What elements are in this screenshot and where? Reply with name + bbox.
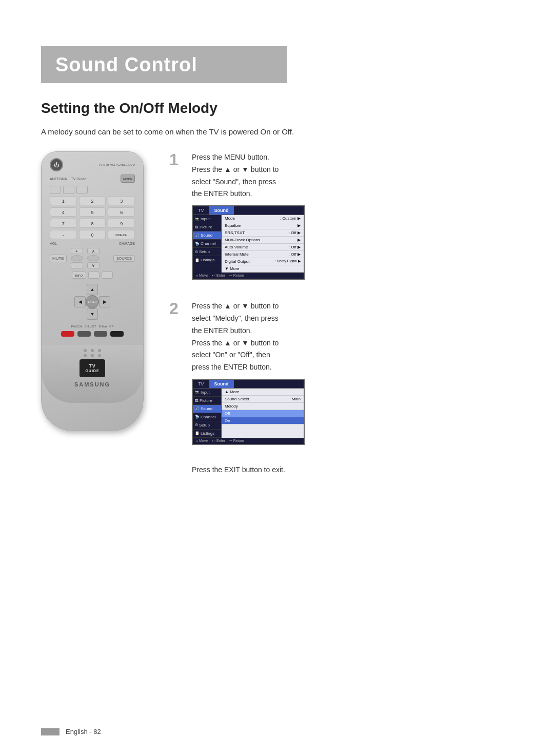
- footer-text: English - 82: [66, 728, 101, 735]
- fn-btn[interactable]: [88, 272, 100, 279]
- menu2-sidebar: 📷 Input 🖼 Picture 🔊 Sound 📡 Channel: [193, 389, 304, 438]
- menu1-footer-return: ↩ Return: [229, 274, 244, 278]
- dot: [84, 354, 87, 357]
- menu1-item-digital: Digital Output: Dolby Digital ▶: [222, 258, 304, 265]
- mute-row: MUTE + - ∧ ∨ SOURCE: [50, 248, 135, 268]
- menu1-left-input: 📷 Input: [193, 215, 221, 223]
- dot: [98, 349, 101, 352]
- remote-bottom: TV GUIDE SAMSUNG: [42, 345, 143, 403]
- dpad: ▲ ◀ ENTER ▶ ▼: [74, 284, 110, 320]
- menu2-item-more: ▲ More: [222, 389, 304, 396]
- ch-up[interactable]: ∧: [87, 248, 100, 254]
- dot: [98, 354, 101, 357]
- number-grid: 1 2 3 4 5 6 7 8 9 - 0 PRE-CH: [50, 196, 135, 239]
- ch-down[interactable]: ∨: [87, 262, 100, 268]
- remote-control: ⏻ TV STB VCR CABLE DVD ANTENNA TV Guide …: [41, 151, 154, 439]
- menu1-item-equalizer: Equalizer▶: [222, 222, 304, 229]
- dpad-down[interactable]: ▼: [87, 308, 98, 320]
- menu1-left-channel: 📡 Channel: [193, 240, 221, 248]
- menu2-item-on: On: [222, 417, 304, 424]
- menu2-left-input: 📷 Input: [193, 389, 221, 397]
- menu1-footer-move: ⬥ Move: [196, 274, 208, 278]
- color-btn-dark3[interactable]: [110, 331, 124, 337]
- color-buttons: [50, 331, 135, 337]
- num-1[interactable]: 1: [50, 196, 77, 205]
- step-2-text: Press the ▲ or ▼ button to select "Melod…: [192, 300, 539, 374]
- menu2-left-sound: 🔊 Sound: [193, 405, 221, 413]
- menu1-right: Mode: Custom ▶ Equalizer▶ SRS,TSXT: Off …: [222, 215, 304, 273]
- tv-menu-2: TV Sound 📷 Input 🖼 Picture 🔊 Sound: [192, 379, 305, 445]
- menu1-header: TV Sound: [193, 206, 304, 215]
- menu1-left-listings: 📋 Listings: [193, 256, 221, 264]
- menu2-footer-return: ↩ Return: [229, 439, 244, 443]
- num-0[interactable]: 0: [79, 230, 106, 239]
- dpad-section: ▲ ◀ ENTER ▶ ▼: [50, 282, 135, 322]
- num-5[interactable]: 5: [79, 207, 106, 217]
- dnet-label: D-Net: [99, 325, 107, 328]
- menu1-tab-sound: Sound: [209, 206, 234, 215]
- rf-label: RF: [109, 325, 113, 328]
- dots-row2: [84, 354, 101, 357]
- description-text: A melody sound can be set to come on whe…: [41, 127, 294, 136]
- ch-label: CH/PAGE: [119, 242, 135, 245]
- vol-circle: [71, 255, 83, 261]
- mute-button[interactable]: MUTE: [50, 255, 67, 262]
- dpad-center-enter[interactable]: ENTER: [86, 295, 99, 308]
- vol-up[interactable]: +: [71, 248, 83, 254]
- num-prech[interactable]: PRE-CH: [108, 230, 135, 239]
- power-button[interactable]: ⏻: [50, 158, 63, 171]
- menu2-footer-enter: ⮐ Enter: [212, 439, 225, 443]
- step-2-content: Press the ▲ or ▼ button to select "Melod…: [192, 300, 539, 445]
- function-btns: INFO: [50, 272, 135, 279]
- source-label-text: TV STB VCR CABLE DVD: [98, 163, 135, 166]
- num-2[interactable]: 2: [79, 196, 106, 205]
- footer-bar: [41, 728, 60, 735]
- ch-circle: [87, 255, 100, 261]
- num-3[interactable]: 3: [108, 196, 135, 205]
- step-1-number: 1: [169, 151, 184, 280]
- menu1-left: 📷 Input 🖼 Picture 🔊 Sound 📡 Channel: [193, 215, 222, 273]
- step-1: 1 Press the MENU button. Press the ▲ or …: [169, 151, 539, 280]
- footer: English - 82: [41, 728, 101, 735]
- remote-body: ⏻ TV STB VCR CABLE DVD ANTENNA TV Guide …: [41, 151, 144, 431]
- num-4[interactable]: 4: [50, 207, 77, 217]
- menu2-footer-move: ⬥ Move: [196, 439, 208, 443]
- dpad-left[interactable]: ◀: [74, 296, 86, 307]
- num-7[interactable]: 7: [50, 219, 77, 228]
- dpad-right[interactable]: ▶: [99, 296, 110, 307]
- tvguide-label: TV Guide: [71, 177, 86, 181]
- num-6[interactable]: 6: [108, 207, 135, 217]
- mode-button[interactable]: MODE: [121, 175, 135, 183]
- fn-btn2[interactable]: [102, 272, 113, 279]
- remote-small-btn[interactable]: [63, 186, 74, 194]
- menu1-item-mode: Mode: Custom ▶: [222, 215, 304, 222]
- source-button[interactable]: SOURCE: [113, 255, 135, 262]
- dpad-up[interactable]: ▲: [87, 284, 98, 295]
- color-btn-red[interactable]: [61, 331, 74, 337]
- vol-ch-row: VOL CH/PAGE: [50, 242, 135, 245]
- menu2-left: 📷 Input 🖼 Picture 🔊 Sound 📡 Channel: [193, 389, 222, 438]
- menu2-tab-sound: Sound: [209, 380, 234, 388]
- color-btn-dark2[interactable]: [94, 331, 107, 337]
- menu2-left-listings: 📋 Listings: [193, 430, 221, 438]
- menu2-right: ▲ More Sound Select: Main Melody Off On: [222, 389, 304, 438]
- num-8[interactable]: 8: [79, 219, 106, 228]
- menu1-item-multitrack: Multi-Track Options▶: [222, 237, 304, 244]
- num-9[interactable]: 9: [108, 219, 135, 228]
- samsung-brand: SAMSUNG: [74, 381, 110, 387]
- menu2-item-off: Off: [222, 410, 304, 417]
- menu2-tab-tv: TV: [193, 380, 209, 388]
- color-btn-dark1[interactable]: [77, 331, 91, 337]
- menu2-footer: ⬥ Move ⮐ Enter ↩ Return: [193, 438, 304, 444]
- power-row: ⏻ TV STB VCR CABLE DVD: [50, 158, 135, 171]
- menu1-left-setup: ⚙ Setup: [193, 248, 221, 256]
- dot: [91, 349, 94, 352]
- remote-small-btn[interactable]: [50, 186, 61, 194]
- num-dash[interactable]: -: [50, 230, 77, 239]
- menu1-sidebar: 📷 Input 🖼 Picture 🔊 Sound 📡 Channel: [193, 215, 304, 273]
- menu1-item-more: ▼ More: [222, 265, 304, 273]
- step-2-number: 2: [169, 300, 184, 445]
- remote-small-btn[interactable]: [76, 186, 88, 194]
- vol-down[interactable]: -: [71, 262, 83, 268]
- info-btn[interactable]: INFO: [72, 272, 86, 279]
